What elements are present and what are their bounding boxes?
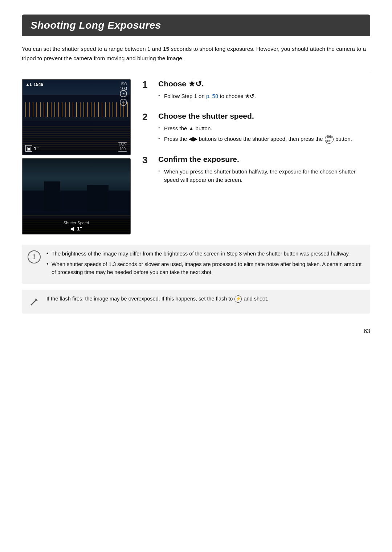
camera-images-column: ▲L 1546 ISO 100 ★ ⊙ ▣ 1" ISO100 — [22, 79, 131, 234]
hud-secondary-icon: ⊙ — [120, 99, 127, 106]
step-3-number: 3 — [142, 155, 152, 165]
hud-exposure-value: 1" — [34, 146, 38, 151]
camera-screen-2: Shutter Speed ◀ 1" — [22, 158, 131, 234]
func-set-button-icon: FUNCSET — [325, 135, 334, 144]
warning-bullet-1: The brightness of the image may differ f… — [46, 250, 364, 258]
hud-bottom-right: ISO100 — [118, 142, 127, 152]
shutter-speed-value: ◀ 1" — [70, 226, 82, 232]
step-2-bullets: Press the ▲ button. Press the ◀▶ buttons… — [158, 124, 370, 144]
flash-off-icon: ⚡ — [234, 295, 242, 303]
step-1-link[interactable]: p. 58 — [206, 93, 218, 99]
shutter-speed-label: Shutter Speed — [64, 221, 89, 225]
page-title: Shooting Long Exposures — [30, 20, 362, 31]
step-2-bullet-2: Press the ◀▶ buttons to choose the shutt… — [158, 135, 370, 144]
step-2: 2 Choose the shutter speed. Press the ▲ … — [142, 111, 370, 146]
pencil-icon — [28, 295, 41, 308]
hud-star-icon: ★ — [120, 90, 127, 97]
hud-top-left: ▲L 1546 — [25, 82, 43, 87]
step-3-bullets: When you press the shutter button halfwa… — [158, 167, 370, 184]
step-3-content: Confirm the exposure. When you press the… — [158, 155, 370, 187]
step-3: 3 Confirm the exposure. When you press t… — [142, 155, 370, 187]
camera-hud-2-bottom: Shutter Speed ◀ 1" — [23, 218, 130, 234]
warning-bullets: The brightness of the image may differ f… — [46, 250, 364, 276]
step-3-title: Confirm the exposure. — [158, 155, 370, 164]
step-2-content: Choose the shutter speed. Press the ▲ bu… — [158, 111, 370, 146]
step-2-bullet-1: Press the ▲ button. — [158, 124, 370, 132]
shutter-speed-number: 1" — [77, 226, 82, 232]
warning-bullet-2: When shutter speeds of 1.3 seconds or sl… — [46, 260, 364, 277]
camera-hud-1: ▲L 1546 ISO 100 ★ ⊙ ▣ 1" ISO100 — [23, 80, 130, 155]
note-content: If the flash fires, the image may be ove… — [46, 295, 364, 303]
title-bar: Shooting Long Exposures — [22, 15, 370, 36]
step-1-number: 1 — [142, 80, 152, 89]
hud-bottom-left: ▣ 1" — [25, 145, 38, 152]
page-number: 63 — [22, 328, 370, 335]
step-2-number: 2 — [142, 112, 152, 122]
warning-content: The brightness of the image may differ f… — [46, 250, 364, 278]
steps-column: 1 Choose ★↺. Follow Step 1 on p. 58 to c… — [142, 79, 370, 195]
step-1: 1 Choose ★↺. Follow Step 1 on p. 58 to c… — [142, 79, 370, 102]
note-notice: If the flash fires, the image may be ove… — [22, 290, 370, 314]
note-text: If the flash fires, the image may be ove… — [46, 295, 364, 303]
notice-area: ! The brightness of the image may differ… — [22, 245, 370, 313]
warning-icon: ! — [28, 250, 41, 263]
camera-screen-1: ▲L 1546 ISO 100 ★ ⊙ ▣ 1" ISO100 — [22, 79, 131, 155]
step-2-title: Choose the shutter speed. — [158, 111, 370, 120]
step-1-bullets: Follow Step 1 on p. 58 to choose ★↺. — [158, 92, 370, 100]
arrow-left-icon: ◀ — [70, 226, 74, 232]
hud-frame-icon: ▣ — [25, 145, 32, 152]
step-1-content: Choose ★↺. Follow Step 1 on p. 58 to cho… — [158, 79, 370, 102]
step-1-bullet-1: Follow Step 1 on p. 58 to choose ★↺. — [158, 92, 370, 100]
warning-notice: ! The brightness of the image may differ… — [22, 245, 370, 283]
step-3-bullet-1: When you press the shutter button halfwa… — [158, 167, 370, 184]
main-content: ▲L 1546 ISO 100 ★ ⊙ ▣ 1" ISO100 — [22, 79, 370, 234]
hud-mode-indicator: ▲L 1546 — [25, 82, 43, 87]
section-divider — [22, 71, 370, 71]
step-1-title: Choose ★↺. — [158, 79, 370, 88]
intro-paragraph: You can set the shutter speed to a range… — [22, 44, 370, 63]
